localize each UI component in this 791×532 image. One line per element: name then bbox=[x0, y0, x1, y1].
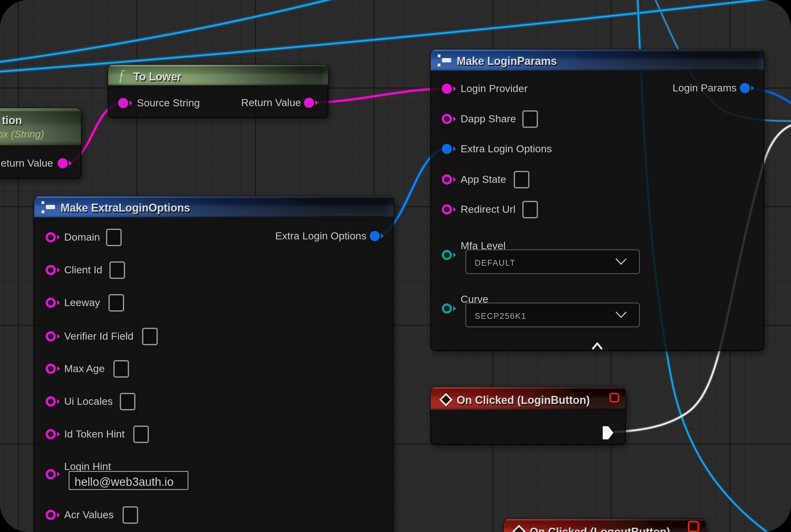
svg-text:Source String: Source String bbox=[137, 97, 200, 109]
svg-text:Max Age: Max Age bbox=[64, 363, 104, 374]
svg-text:Dapp Share: Dapp Share bbox=[461, 113, 516, 125]
svg-text:Login Hint: Login Hint bbox=[64, 460, 111, 472]
svg-text:Make LoginParams: Make LoginParams bbox=[457, 55, 557, 67]
svg-text:App State: App State bbox=[461, 173, 506, 185]
svg-text:Leeway: Leeway bbox=[64, 297, 100, 308]
svg-text:Redirect Url: Redirect Url bbox=[461, 203, 515, 215]
svg-text:Domain: Domain bbox=[64, 231, 100, 243]
svg-text:Ui Locales: Ui Locales bbox=[64, 395, 113, 407]
svg-text:Extra Login Options: Extra Login Options bbox=[461, 143, 552, 154]
svg-text:ƒ: ƒ bbox=[118, 66, 126, 84]
svg-text:Return Value: Return Value bbox=[0, 157, 53, 169]
svg-text:On Clicked (LogoutButton): On Clicked (LogoutButton) bbox=[530, 526, 670, 532]
svg-text:Login Provider: Login Provider bbox=[461, 82, 527, 94]
svg-text:hello@web3auth.io: hello@web3auth.io bbox=[75, 475, 174, 488]
svg-text:Extra Login Options: Extra Login Options bbox=[275, 230, 366, 242]
svg-text:Login Params: Login Params bbox=[672, 82, 737, 94]
svg-text:SECP256K1: SECP256K1 bbox=[475, 311, 527, 321]
svg-text:ox (String): ox (String) bbox=[0, 128, 44, 140]
svg-text:Client Id: Client Id bbox=[64, 264, 102, 276]
svg-text:Verifier Id Field: Verifier Id Field bbox=[64, 330, 134, 342]
svg-text:Acr Values: Acr Values bbox=[64, 509, 114, 520]
svg-text:tion: tion bbox=[2, 114, 22, 127]
svg-text:Id Token Hint: Id Token Hint bbox=[64, 428, 125, 440]
svg-text:On Clicked (LoginButton): On Clicked (LoginButton) bbox=[457, 394, 590, 406]
svg-text:To Lower: To Lower bbox=[133, 70, 181, 83]
svg-text:Return Value: Return Value bbox=[241, 97, 301, 108]
svg-text:DEFAULT: DEFAULT bbox=[475, 258, 516, 268]
svg-text:Make ExtraLoginOptions: Make ExtraLoginOptions bbox=[60, 202, 190, 214]
